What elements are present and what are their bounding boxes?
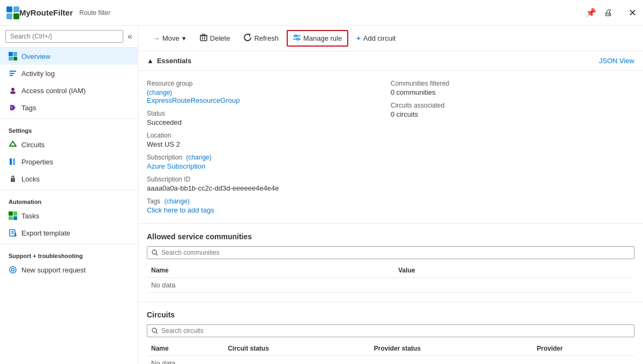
sidebar-item-support-request[interactable]: New support request xyxy=(0,261,138,278)
page-subtitle: Route filter xyxy=(79,9,110,17)
properties-icon xyxy=(9,157,17,166)
communities-search-input[interactable] xyxy=(161,249,630,256)
resource-group-change-link[interactable]: (change) xyxy=(147,89,172,96)
subscription-item: Subscription (change) Azure Subscription xyxy=(147,151,391,173)
toolbar: → Move ▾ Delete Refresh Manage xyxy=(138,26,643,51)
activity-log-icon xyxy=(9,69,17,78)
status-item: Status Succeeded xyxy=(147,107,391,129)
sidebar-item-locks[interactable]: Locks xyxy=(0,170,138,187)
move-button[interactable]: → Move ▾ xyxy=(147,31,192,46)
svg-point-26 xyxy=(152,328,156,332)
move-label: Move xyxy=(162,34,180,42)
top-bar: MyRouteFilter Route filter 📌 🖨 ✕ xyxy=(0,0,643,26)
sidebar-item-properties[interactable]: Properties xyxy=(0,153,138,170)
circuits-search-input[interactable] xyxy=(161,327,630,335)
circuits-col-circuit-status: Circuit status xyxy=(223,342,370,356)
sidebar-item-circuits[interactable]: Circuits xyxy=(0,136,138,153)
tags-value-link[interactable]: Click here to add tags xyxy=(147,206,214,214)
export-template-icon xyxy=(9,229,17,237)
circuits-no-data-row: No data xyxy=(147,356,634,365)
svg-marker-6 xyxy=(10,141,16,146)
support-section-header: Support + troubleshooting xyxy=(0,246,138,261)
communities-filtered-value: 0 communities xyxy=(391,88,634,96)
circuits-associated-label: Circuits associated xyxy=(391,102,634,109)
sidebar-item-overview[interactable]: Overview xyxy=(0,48,138,65)
svg-line-27 xyxy=(156,332,158,333)
sidebar-item-tasks[interactable]: Tasks xyxy=(0,207,138,224)
manage-rule-button[interactable]: Manage rule xyxy=(287,30,348,47)
subscription-value-link[interactable]: Azure Subscription xyxy=(147,162,205,170)
subscription-id-label: Subscription ID xyxy=(147,176,391,183)
communities-table: Name Value No data xyxy=(147,263,634,293)
subscription-label: Subscription (change) xyxy=(147,154,391,161)
circuits-associated-value: 0 circuits xyxy=(391,110,634,118)
sidebar-divider-1 xyxy=(0,118,138,119)
manage-rule-icon xyxy=(293,34,301,43)
add-circuit-button[interactable]: + Add circuit xyxy=(350,31,401,46)
automation-section-header: Automation xyxy=(0,192,138,207)
tags-item: Tags (change) Click here to add tags xyxy=(147,195,391,217)
svg-point-23 xyxy=(297,38,299,40)
communities-search-icon xyxy=(152,249,158,256)
sidebar-collapse-button[interactable]: « xyxy=(128,32,132,41)
overview-icon xyxy=(9,52,17,60)
circuits-section-title: Circuits xyxy=(147,310,634,319)
app-logo xyxy=(6,6,19,19)
sidebar-item-activity-label: Activity log xyxy=(21,70,55,78)
subscription-change-link[interactable]: (change) xyxy=(186,154,211,161)
refresh-button[interactable]: Refresh xyxy=(238,31,285,46)
sidebar-item-tags[interactable]: Tags xyxy=(0,99,138,116)
svg-point-22 xyxy=(295,35,297,37)
resource-group-name-link[interactable]: ExpressRouteResourceGroup xyxy=(147,96,240,104)
sidebar-item-support-label: New support request xyxy=(21,266,86,274)
search-input[interactable] xyxy=(5,30,123,43)
sidebar-divider-3 xyxy=(0,244,138,244)
move-chevron-icon: ▾ xyxy=(182,34,186,42)
svg-point-4 xyxy=(10,92,16,94)
sidebar-item-iam-label: Access control (IAM) xyxy=(21,87,86,95)
circuits-search-icon xyxy=(152,328,158,334)
circuits-table-header-row: Name Circuit status Provider status Prov… xyxy=(147,342,634,356)
iam-icon xyxy=(9,86,17,95)
sidebar-item-export-template[interactable]: Export template xyxy=(0,224,138,241)
location-label: Location xyxy=(147,132,391,139)
sidebar-item-circuits-label: Circuits xyxy=(21,141,44,149)
svg-point-14 xyxy=(10,267,16,273)
json-view-link[interactable]: JSON View xyxy=(599,57,634,65)
print-icon[interactable]: 🖨 xyxy=(604,8,612,18)
sidebar-item-locks-label: Locks xyxy=(21,175,40,183)
sidebar: « Overview Activity log Acc xyxy=(0,26,138,364)
page-title: MyRouteFilter xyxy=(19,8,73,17)
pin-icon[interactable]: 📌 xyxy=(586,7,596,18)
svg-rect-2 xyxy=(10,75,13,76)
location-item: Location West US 2 xyxy=(147,129,391,151)
sidebar-item-activity-log[interactable]: Activity log xyxy=(0,65,138,82)
tags-change-link[interactable]: (change) xyxy=(165,198,190,205)
delete-button[interactable]: Delete xyxy=(194,31,236,46)
circuits-table: Name Circuit status Provider status Prov… xyxy=(147,342,634,364)
svg-rect-0 xyxy=(10,71,16,72)
settings-section-header: Settings xyxy=(0,121,138,136)
communities-filtered-label: Communities filtered xyxy=(391,80,634,87)
resource-group-item: Resource group (change) ExpressRouteReso… xyxy=(147,77,391,107)
essentials-title: Essentials xyxy=(157,57,191,65)
support-icon xyxy=(9,266,17,274)
add-circuit-label: Add circuit xyxy=(363,34,396,42)
resource-group-label: Resource group xyxy=(147,80,391,87)
svg-rect-8 xyxy=(13,158,15,165)
subscription-id-item: Subscription ID aaaa0a0a-bb1b-cc2c-dd3d-… xyxy=(147,173,391,195)
delete-label: Delete xyxy=(210,34,230,42)
svg-point-24 xyxy=(152,250,156,254)
sidebar-item-iam[interactable]: Access control (IAM) xyxy=(0,82,138,99)
main-layout: « Overview Activity log Acc xyxy=(0,26,643,364)
main-content: → Move ▾ Delete Refresh Manage xyxy=(138,26,643,364)
close-button[interactable]: ✕ xyxy=(629,7,637,19)
sidebar-item-tags-label: Tags xyxy=(21,104,36,112)
svg-point-3 xyxy=(11,88,14,91)
resource-group-value: (change) ExpressRouteResourceGroup xyxy=(147,88,391,104)
circuits-associated-item: Circuits associated 0 circuits xyxy=(391,99,634,121)
communities-filtered-item: Communities filtered 0 communities xyxy=(391,77,634,99)
essentials-collapse-icon[interactable]: ▲ xyxy=(147,57,154,65)
tags-icon xyxy=(9,103,17,112)
refresh-icon xyxy=(244,34,251,43)
